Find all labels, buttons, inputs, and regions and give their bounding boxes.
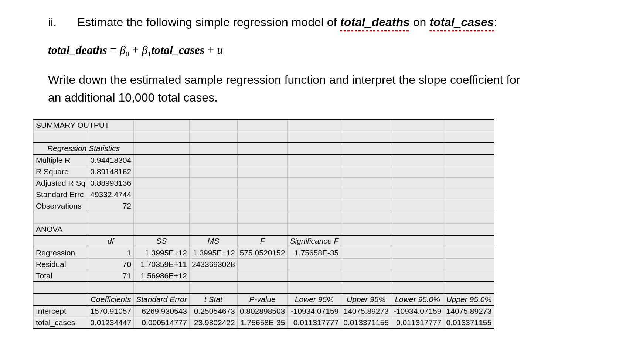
value: 0.89148162 — [88, 166, 134, 178]
stat-std-err: Standard Errc 49332.4744 — [34, 189, 494, 200]
question-mid: on — [410, 16, 429, 29]
label: Multiple R — [34, 154, 88, 166]
var-total-cases: total_cases — [429, 14, 494, 31]
t: 23.9802422 — [189, 317, 237, 329]
ms: 2433693028 — [189, 259, 237, 270]
eq-sub1: 1 — [148, 50, 152, 58]
blank-row — [34, 131, 494, 143]
regstats-title: Regression Statistics — [34, 142, 134, 154]
question-lead: Estimate the following simple regression… — [77, 16, 340, 29]
hdr-l95: Lower 95% — [288, 293, 341, 305]
hdr-df: df — [88, 235, 134, 247]
anova-title-row: ANOVA — [34, 224, 494, 236]
t: 0.25054673 — [189, 305, 237, 317]
df: 1 — [88, 247, 134, 259]
coef-headers: Coefficients Standard Error t Stat P-val… — [34, 293, 494, 305]
stat-multiple-r: Multiple R 0.94418304 — [34, 154, 494, 166]
question-text: Estimate the following simple regression… — [77, 16, 497, 29]
hdr-u95: Upper 95% — [341, 293, 391, 305]
value: 72 — [88, 200, 134, 212]
page-root: ii. Estimate the following simple regres… — [0, 0, 626, 364]
label: Intercept — [34, 305, 88, 317]
label: Total — [34, 270, 88, 282]
ms: 1.3995E+12 — [189, 247, 237, 259]
var-total-deaths: total_deaths — [340, 14, 409, 31]
se: 0.000514777 — [134, 317, 190, 329]
p: 1.75658E-35 — [237, 317, 288, 329]
hdr-l950: Lower 95.0% — [391, 293, 444, 305]
ss: 1.3995E+12 — [134, 247, 190, 259]
eq-beta0: β — [120, 43, 126, 56]
instruction: Write down the estimated sample regressi… — [48, 71, 536, 106]
coef-intercept: Intercept 1570.91057 6269.930543 0.25054… — [34, 305, 494, 317]
eq-plus1: + — [129, 43, 142, 56]
label: Adjusted R Sq — [34, 178, 88, 189]
anova-headers: df SS MS F Significance F — [34, 235, 494, 247]
df: 71 — [88, 270, 134, 282]
label: Standard Errc — [34, 189, 88, 200]
sigf: 1.75658E-35 — [288, 247, 341, 259]
f: 575.0520152 — [237, 247, 288, 259]
value: 0.88993136 — [88, 178, 134, 189]
question-end: : — [494, 16, 497, 29]
label: total_cases — [34, 317, 88, 329]
hdr-p: P-value — [237, 293, 288, 305]
hdr-u950: Upper 95.0% — [444, 293, 494, 305]
regstats-title-row: Regression Statistics — [34, 142, 494, 154]
f — [237, 259, 288, 270]
hdr-sigf: Significance F — [288, 235, 341, 247]
list-marker: ii. — [48, 14, 74, 31]
stat-r-square: R Square 0.89148162 — [34, 166, 494, 178]
anova-total: Total 71 1.56986E+12 — [34, 270, 494, 282]
value: 49332.4744 — [88, 189, 134, 200]
hdr-t: t Stat — [189, 293, 237, 305]
anova-title: ANOVA — [34, 224, 88, 236]
label: R Square — [34, 166, 88, 178]
regression-output-table: SUMMARY OUTPUT Regression Statistics Mul… — [33, 119, 494, 329]
df: 70 — [88, 259, 134, 270]
label: Observations — [34, 200, 88, 212]
se: 6269.930543 — [134, 305, 190, 317]
sigf — [288, 270, 341, 282]
question-line: ii. Estimate the following simple regres… — [33, 14, 593, 31]
stat-adj-r-sq: Adjusted R Sq 0.88993136 — [34, 178, 494, 189]
hdr-coef: Coefficients — [88, 293, 134, 305]
value: 0.94418304 — [88, 154, 134, 166]
u95: 0.013371155 — [341, 317, 391, 329]
anova-residual: Residual 70 1.70359E+11 2433693028 — [34, 259, 494, 270]
coef: 0.01234447 — [88, 317, 134, 329]
l950: 0.011317777 — [391, 317, 444, 329]
eq-plus2: + — [204, 43, 217, 56]
eq-lhs: total_deaths — [48, 43, 107, 56]
summary-title: SUMMARY OUTPUT — [34, 119, 134, 131]
label: Regression — [34, 247, 88, 259]
eq-sub0: 0 — [126, 50, 129, 58]
sigf — [288, 259, 341, 270]
stat-observations: Observations 72 — [34, 200, 494, 212]
f — [237, 270, 288, 282]
blank-row — [34, 282, 494, 293]
hdr-se: Standard Error — [134, 293, 190, 305]
l95: -10934.07159 — [288, 305, 341, 317]
p: 0.802898503 — [237, 305, 288, 317]
coef: 1570.91057 — [88, 305, 134, 317]
hdr-ms: MS — [189, 235, 237, 247]
u950: 0.013371155 — [444, 317, 494, 329]
equation: total_deaths = β0 + β1total_cases + u — [48, 43, 593, 58]
l950: -10934.07159 — [391, 305, 444, 317]
u95: 14075.89273 — [341, 305, 391, 317]
hdr-ss: SS — [134, 235, 190, 247]
summary-title-row: SUMMARY OUTPUT — [34, 119, 494, 131]
blank-row — [34, 212, 494, 224]
l95: 0.011317777 — [288, 317, 341, 329]
eq-beta1: β — [142, 43, 148, 56]
ms — [189, 270, 237, 282]
label: Residual — [34, 259, 88, 270]
coef-total-cases: total_cases 0.01234447 0.000514777 23.98… — [34, 317, 494, 329]
u950: 14075.89273 — [444, 305, 494, 317]
hdr-f: F — [237, 235, 288, 247]
ss: 1.56986E+12 — [134, 270, 190, 282]
anova-regression: Regression 1 1.3995E+12 1.3995E+12 575.0… — [34, 247, 494, 259]
eq-rhs: total_cases — [151, 43, 204, 56]
eq-eq: = — [107, 43, 120, 56]
